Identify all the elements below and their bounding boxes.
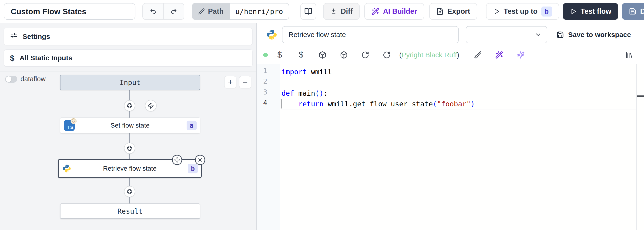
reload-icon-button[interactable] — [382, 50, 391, 60]
step-id-badge: b — [188, 164, 198, 173]
diff-label: Diff — [341, 7, 353, 16]
undo-button[interactable] — [143, 4, 163, 19]
insert-step-button[interactable] — [124, 186, 135, 197]
plus-icon — [126, 145, 133, 152]
save-icon — [629, 8, 636, 15]
draft-save-button[interactable]: Draft ⌘S — [622, 3, 644, 20]
test-up-to-step-badge: b — [542, 7, 552, 17]
code-toolbar: $ $ (Pyright Black Ruff) — [257, 46, 644, 64]
library-panel-button[interactable] — [624, 50, 634, 60]
zoom-out-button[interactable]: − — [239, 76, 251, 88]
node-result[interactable]: Result — [60, 203, 200, 219]
file-code-icon — [436, 8, 444, 15]
lightning-icon — [148, 102, 154, 109]
step-editor-header: Save to workspace — [257, 23, 644, 46]
close-icon — [197, 157, 203, 163]
delete-step-button[interactable] — [195, 155, 205, 165]
sliders-icon — [10, 33, 18, 40]
dataflow-toggle[interactable] — [5, 76, 17, 83]
plus-icon — [126, 102, 133, 109]
package-icon-button[interactable] — [339, 50, 348, 60]
all-static-inputs-button[interactable]: $ All Static Inputs — [4, 49, 253, 67]
save-icon — [556, 31, 564, 38]
node-label: Set flow state — [110, 122, 150, 129]
add-trigger-button[interactable] — [145, 100, 156, 112]
flow-graph-canvas[interactable]: dataflow + − Input — [0, 71, 256, 230]
dollar-icon: $ — [277, 50, 282, 60]
docs-button[interactable] — [300, 3, 316, 20]
undo-icon — [150, 8, 156, 15]
add-variable-button[interactable]: $ — [275, 50, 284, 60]
insert-step-button[interactable] — [124, 100, 135, 111]
wand-sparkles-icon — [371, 8, 379, 15]
code-lines: import wmilldef main(): return wmill.get… — [280, 64, 644, 230]
save-to-workspace-label: Save to workspace — [568, 31, 631, 39]
test-up-to-button[interactable]: Test up to b — [486, 3, 559, 20]
node-label: Retrieve flow state — [103, 165, 156, 172]
code-editor[interactable]: 1234 import wmilldef main(): return wmil… — [257, 64, 644, 230]
redo-button[interactable] — [163, 4, 184, 19]
step-id-badge: a — [186, 121, 196, 130]
language-ready-dot — [263, 53, 268, 57]
export-button[interactable]: Export — [429, 3, 477, 20]
path-label: Path — [208, 7, 224, 16]
toggle-knob — [6, 76, 12, 82]
undo-redo-group — [142, 3, 184, 20]
node-input-label: Input — [120, 78, 140, 87]
package-icon-button[interactable] — [318, 50, 327, 60]
text-cursor — [282, 99, 282, 108]
node-result-label: Result — [118, 207, 142, 215]
book-open-icon — [304, 8, 312, 15]
test-flow-button[interactable]: Test flow — [563, 3, 618, 20]
test-flow-label: Test flow — [580, 7, 611, 16]
step-name-input[interactable] — [282, 26, 459, 43]
node-set-flow-state[interactable]: TS Set flow state a — [60, 118, 200, 133]
format-code-button[interactable] — [473, 50, 482, 60]
editor-gutter: 1234 — [257, 64, 280, 230]
save-to-workspace-button[interactable]: Save to workspace — [556, 31, 631, 39]
settings-button[interactable]: Settings — [4, 28, 253, 45]
top-toolbar: Path u/henri/pro Diff AI Builder Export … — [0, 0, 644, 23]
ai-builder-button[interactable]: AI Builder — [364, 3, 424, 20]
code-line: return wmill.get_flow_user_state("foobar… — [282, 99, 644, 109]
path-value: u/henri/pro — [230, 3, 289, 20]
main-area: Settings $ All Static Inputs dataflow + … — [0, 23, 644, 230]
flow-sidebar: Settings $ All Static Inputs dataflow + … — [0, 23, 257, 230]
diff-button[interactable]: Diff — [323, 3, 360, 20]
flow-title-input[interactable] — [4, 3, 136, 20]
ai-builder-label: AI Builder — [383, 7, 417, 16]
node-input[interactable]: Input — [60, 75, 200, 90]
bun-logo-icon — [70, 117, 77, 125]
play-icon — [570, 8, 577, 15]
dollar-icon: $ — [10, 54, 14, 63]
plus-icon — [126, 188, 133, 195]
sidebar-buttons: Settings $ All Static Inputs — [0, 23, 256, 71]
zoom-in-button[interactable]: + — [224, 76, 236, 88]
play-icon — [493, 8, 500, 15]
bun-typescript-icon: TS — [64, 120, 75, 131]
add-resource-button[interactable]: $ — [296, 50, 306, 60]
step-editor-panel: Save to workspace $ $ (Pyright Black Ruf… — [257, 23, 644, 230]
pencil-icon — [198, 8, 205, 15]
insert-step-button[interactable] — [124, 143, 135, 154]
dataflow-toggle-row: dataflow — [5, 75, 46, 83]
reload-icon-button[interactable] — [360, 50, 370, 60]
python-icon — [62, 164, 71, 173]
python-icon — [266, 29, 277, 40]
redo-icon — [170, 8, 177, 15]
path-label-segment: Path — [192, 3, 230, 20]
code-assistants-status: (Pyright Black Ruff) — [399, 51, 459, 59]
dollar-icon: $ — [299, 50, 304, 60]
ai-edit-wand-button[interactable] — [495, 50, 504, 60]
move-icon — [174, 157, 180, 163]
export-label: Export — [448, 7, 470, 16]
graph-zoom-controls: + − — [224, 76, 251, 88]
settings-label: Settings — [22, 33, 50, 41]
chevron-down-icon — [535, 31, 542, 38]
code-line: def main(): — [282, 88, 644, 99]
dataflow-label: dataflow — [20, 75, 46, 83]
ai-sparkles-button[interactable] — [516, 50, 525, 60]
step-kind-select[interactable] — [466, 26, 547, 43]
move-step-button[interactable] — [172, 155, 182, 165]
path-button[interactable]: Path u/henri/pro — [192, 3, 289, 20]
